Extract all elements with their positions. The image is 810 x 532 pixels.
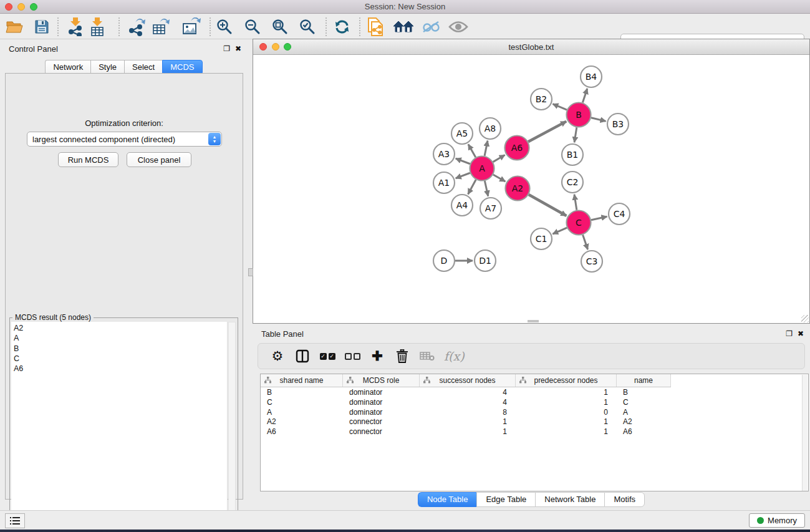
pane-divider-handle[interactable]	[248, 268, 253, 276]
table-cell[interactable]: dominator	[343, 408, 420, 418]
column-header[interactable]: successor nodes	[420, 374, 516, 387]
network-canvas[interactable]: A5A8A3AA1A4A7A6A2B2B4BB3B1C2CC4C1C3DD1	[253, 56, 809, 323]
close-table-panel-icon[interactable]: ✖	[798, 329, 804, 338]
table-row[interactable]: Bdominator41B	[261, 388, 671, 398]
select-all-icon[interactable]: ✓✓	[319, 348, 335, 364]
tab-edge-table[interactable]: Edge Table	[476, 492, 535, 507]
list-icon	[9, 516, 21, 526]
deselect-all-icon[interactable]	[344, 348, 360, 364]
graph-edge[interactable]	[456, 158, 470, 164]
table-cell[interactable]: A6	[617, 427, 671, 437]
tab-network-table[interactable]: Network Table	[535, 492, 604, 507]
graph-edge[interactable]	[456, 173, 470, 178]
table-cell[interactable]: B	[261, 388, 343, 398]
network-file-icon[interactable]	[365, 16, 386, 37]
hide-selected-icon[interactable]	[420, 16, 441, 37]
task-history-button[interactable]	[5, 513, 25, 528]
graph-edge[interactable]	[582, 89, 587, 103]
add-column-icon[interactable]: ✚	[369, 348, 385, 364]
float-table-panel-icon[interactable]: ❐	[786, 329, 793, 338]
float-panel-icon[interactable]: ❐	[223, 44, 230, 53]
graph-edge[interactable]	[574, 127, 577, 142]
mcds-result-list[interactable]: A2ABCA6	[11, 322, 228, 528]
zoom-in-icon[interactable]	[214, 16, 235, 37]
split-columns-icon[interactable]	[294, 348, 311, 364]
status-bar: Memory	[0, 510, 810, 530]
graph-edge[interactable]	[485, 181, 488, 196]
graph-edge[interactable]	[493, 155, 505, 162]
table-cell[interactable]: A	[617, 408, 671, 418]
graph-edge[interactable]	[529, 195, 567, 216]
table-row[interactable]: Adominator80A	[261, 408, 671, 418]
table-cell[interactable]: A2	[261, 417, 343, 427]
show-eye-icon[interactable]	[448, 16, 469, 37]
table-cell[interactable]: 4	[420, 398, 516, 408]
export-table-icon[interactable]	[150, 16, 171, 37]
save-session-icon[interactable]	[31, 16, 52, 37]
graph-edge[interactable]	[468, 180, 476, 194]
result-list-item: A6	[14, 364, 227, 374]
table-cell[interactable]: 0	[516, 408, 617, 418]
result-scrollbar[interactable]	[228, 322, 236, 528]
column-header[interactable]: name	[617, 374, 671, 387]
tab-node-table[interactable]: Node Table	[418, 492, 477, 507]
graph-edge[interactable]	[574, 195, 577, 210]
table-cell[interactable]: dominator	[343, 388, 420, 398]
horizontal-scroll-thumb[interactable]	[528, 320, 539, 322]
open-file-icon[interactable]	[4, 16, 25, 37]
resize-grip[interactable]	[801, 315, 809, 322]
graph-edge[interactable]	[591, 118, 606, 122]
table-cell[interactable]: 1	[516, 388, 617, 398]
table-cell[interactable]: connector	[343, 417, 420, 427]
refresh-icon[interactable]	[332, 16, 353, 37]
column-header[interactable]: predecessor nodes	[516, 374, 617, 387]
graph-edge[interactable]	[468, 144, 476, 157]
graph-edge[interactable]	[591, 216, 607, 220]
close-panel-icon[interactable]: ✖	[235, 44, 241, 53]
table-row[interactable]: A6connector11A6	[261, 427, 671, 437]
graph-edge[interactable]	[552, 104, 567, 110]
table-scrollbar[interactable]	[802, 375, 808, 491]
table-cell[interactable]: 1	[516, 427, 617, 437]
import-table-icon[interactable]	[87, 16, 108, 37]
export-network-icon[interactable]	[126, 16, 147, 37]
zoom-selected-icon[interactable]	[297, 16, 318, 37]
criterion-dropdown[interactable]: largest connected component (directed) ▲…	[27, 132, 222, 147]
table-row[interactable]: Cdominator41C	[261, 398, 671, 408]
network-window-titlebar[interactable]: testGlobe.txt	[253, 39, 809, 55]
table-cell[interactable]: 1	[516, 398, 617, 408]
delete-icon[interactable]	[394, 348, 410, 364]
run-mcds-button[interactable]: Run MCDS	[58, 152, 118, 167]
table-cell[interactable]: 8	[420, 408, 516, 418]
table-cell[interactable]: 1	[420, 417, 516, 427]
column-header[interactable]: MCDS role	[343, 374, 420, 387]
graph-edge[interactable]	[583, 235, 588, 249]
table-cell[interactable]: A6	[261, 427, 343, 437]
table-cell[interactable]: 1	[420, 427, 516, 437]
graph-edge[interactable]	[552, 228, 567, 234]
home-networks-icon[interactable]	[393, 16, 414, 37]
table-cell[interactable]: connector	[343, 427, 420, 437]
settings-gear-icon[interactable]: ⚙	[269, 348, 286, 364]
table-cell[interactable]: dominator	[343, 398, 420, 408]
table-cell[interactable]: A	[261, 408, 343, 418]
graph-edge[interactable]	[485, 141, 488, 156]
table-cell[interactable]: 1	[516, 417, 617, 427]
export-image-icon[interactable]	[181, 16, 202, 37]
tab-motifs[interactable]: Motifs	[604, 492, 645, 507]
table-cell[interactable]: C	[617, 398, 671, 408]
table-cell[interactable]: 4	[420, 388, 516, 398]
import-network-icon[interactable]	[65, 16, 86, 37]
column-header[interactable]: shared name	[261, 374, 343, 387]
graph-edge[interactable]	[528, 122, 566, 142]
zoom-fit-icon[interactable]	[269, 16, 291, 37]
table-cell[interactable]: C	[261, 398, 343, 408]
table-cell[interactable]: B	[617, 388, 671, 398]
table-row[interactable]: A2connector11A2	[261, 417, 671, 427]
zoom-out-icon[interactable]	[242, 16, 263, 37]
control-panel: Control Panel ❐ ✖ NetworkStyleSelectMCDS…	[0, 39, 248, 505]
graph-edge[interactable]	[493, 175, 506, 181]
memory-button[interactable]: Memory	[749, 513, 805, 528]
table-cell[interactable]: A2	[617, 417, 671, 427]
close-panel-button[interactable]: Close panel	[127, 152, 191, 167]
